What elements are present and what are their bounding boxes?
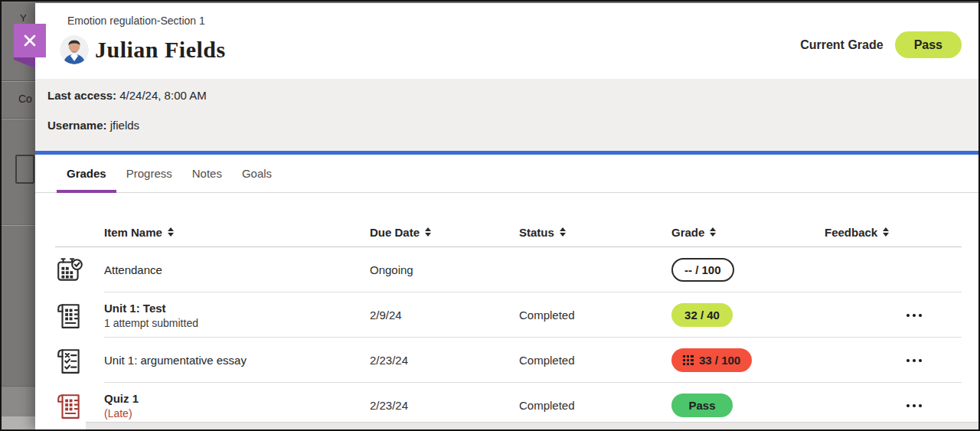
background-text-fragment: Co: [18, 93, 32, 105]
row-menu-button[interactable]: [905, 309, 923, 322]
student-name: Julian Fields: [95, 37, 226, 63]
column-header-feedback[interactable]: Feedback: [825, 226, 962, 239]
item-name[interactable]: Attendance: [104, 263, 370, 276]
tab-bar: Grades Progress Notes Goals: [35, 155, 978, 193]
table-header-row: Item Name Due Date Status Grade Feedback: [55, 217, 962, 247]
student-avatar: [60, 35, 89, 64]
item-name[interactable]: Quiz 1: [104, 392, 370, 405]
due-date-cell: 2/23/24: [370, 399, 519, 412]
last-access-label: Last access:: [47, 89, 116, 102]
last-access-value: 4/24/24, 8:00 AM: [119, 89, 206, 102]
screen: Y Co Emotion regulation-Section 1: [0, 0, 980, 431]
background-footer-area: [2, 416, 35, 429]
column-header-label: Due Date: [370, 226, 420, 239]
column-header-label: Feedback: [825, 226, 877, 239]
background-divider: [2, 118, 35, 119]
table-row-argumentative-essay[interactable]: Unit 1: argumentative essay 2/23/24 Comp…: [55, 338, 962, 383]
table-row-attendance[interactable]: Attendance Ongoing -- / 100: [55, 247, 962, 292]
grade-pill-value: 33 / 100: [699, 354, 740, 367]
current-grade-badge[interactable]: Pass: [895, 31, 962, 58]
column-header-status[interactable]: Status: [519, 226, 671, 239]
background-text-fragment: Y: [20, 12, 27, 24]
student-overview-panel: Emotion regulation-Section 1 Julian Fiel…: [35, 3, 978, 429]
background-divider: [2, 80, 35, 82]
current-grade-area: Current Grade Pass: [800, 31, 962, 58]
essay-checklist-icon: [55, 346, 84, 375]
due-date-cell: Ongoing: [370, 263, 519, 276]
grade-pill[interactable]: 32 / 40: [671, 303, 733, 327]
tab-notes[interactable]: Notes: [182, 155, 232, 192]
sort-icon: [883, 227, 889, 237]
grade-pill[interactable]: Pass: [671, 393, 733, 417]
close-icon: [23, 34, 37, 47]
sort-icon: [560, 227, 566, 237]
item-name[interactable]: Unit 1: argumentative essay: [104, 354, 370, 367]
tab-progress[interactable]: Progress: [116, 155, 182, 192]
username-line: Username: jfields: [47, 117, 978, 134]
avatar-image: [60, 35, 89, 64]
column-header-due-date[interactable]: Due Date: [370, 226, 519, 239]
grade-pill[interactable]: 33 / 100: [671, 348, 752, 372]
grades-table: Item Name Due Date Status Grade Feedback: [55, 217, 962, 428]
attendance-calendar-icon: [55, 256, 84, 285]
status-cell: Completed: [519, 354, 671, 367]
username-value: jfields: [110, 119, 139, 132]
column-header-grade[interactable]: Grade: [671, 226, 825, 239]
sort-icon: [710, 227, 716, 237]
course-title: Emotion regulation-Section 1: [67, 15, 205, 27]
background-divider: [2, 224, 35, 226]
rubric-grid-icon: [683, 355, 694, 366]
status-cell: Completed: [519, 309, 671, 322]
column-header-item-name[interactable]: Item Name: [104, 226, 370, 239]
grade-pill[interactable]: -- / 100: [671, 258, 734, 282]
tab-goals[interactable]: Goals: [232, 155, 282, 192]
username-label: Username:: [47, 119, 107, 132]
bottom-cutoff-strip: [86, 422, 978, 429]
quiz-scroll-icon: [55, 391, 84, 420]
sort-icon: [168, 227, 174, 237]
status-cell: Completed: [519, 399, 671, 412]
table-row-unit1-test[interactable]: Unit 1: Test 1 attempt submitted 2/9/24 …: [55, 292, 962, 338]
sort-icon: [425, 227, 431, 237]
row-menu-button[interactable]: [905, 400, 923, 412]
background-card-outline: [15, 155, 34, 184]
test-scroll-icon: [55, 301, 84, 330]
close-panel-button[interactable]: [14, 24, 46, 57]
student-info-strip: Last access: 4/24/24, 8:00 AM Username: …: [35, 79, 978, 151]
column-header-label: Item Name: [104, 226, 162, 239]
column-header-label: Status: [519, 226, 554, 239]
row-menu-button[interactable]: [905, 354, 923, 367]
item-subtitle: 1 attempt submitted: [104, 317, 370, 329]
item-name[interactable]: Unit 1: Test: [104, 302, 370, 315]
item-subtitle-late: (Late): [104, 407, 370, 420]
due-date-cell: 2/23/24: [370, 354, 519, 367]
current-grade-label: Current Grade: [800, 38, 883, 52]
tab-grades[interactable]: Grades: [57, 155, 116, 192]
last-access-line: Last access: 4/24/24, 8:00 AM: [47, 87, 978, 104]
column-header-label: Grade: [671, 226, 704, 239]
close-ribbon-fold: [14, 57, 35, 69]
due-date-cell: 2/9/24: [370, 309, 519, 322]
